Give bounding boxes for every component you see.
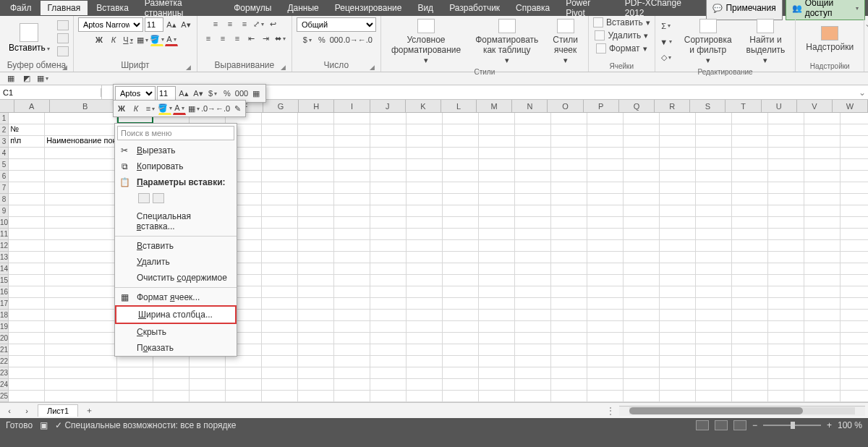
cell[interactable] (768, 205, 804, 216)
cell[interactable] (45, 124, 117, 135)
cell[interactable] (515, 205, 551, 216)
ribbon-tab[interactable]: Главная (41, 1, 88, 15)
cell[interactable] (515, 298, 551, 309)
cell[interactable] (732, 159, 768, 170)
cell[interactable] (262, 124, 298, 135)
cell[interactable] (443, 205, 479, 216)
cell[interactable] (696, 275, 732, 286)
cell[interactable] (587, 182, 624, 193)
cell[interactable] (660, 263, 696, 274)
cell[interactable] (479, 171, 515, 182)
cell[interactable] (298, 298, 334, 309)
comma-icon[interactable]: 000 (330, 33, 343, 46)
cell[interactable] (45, 367, 117, 378)
column-header[interactable]: T (726, 100, 761, 112)
cell[interactable] (370, 263, 407, 274)
cell[interactable] (262, 333, 298, 344)
cell[interactable] (153, 356, 190, 367)
cell[interactable] (551, 367, 587, 378)
cell[interactable] (587, 344, 624, 355)
cell[interactable] (407, 391, 443, 401)
cell[interactable] (624, 148, 660, 158)
cell[interactable] (370, 356, 407, 367)
cell[interactable] (587, 391, 624, 401)
cell[interactable] (45, 148, 117, 158)
cell[interactable] (515, 171, 551, 182)
cell[interactable] (190, 356, 226, 367)
cell[interactable] (732, 391, 768, 401)
cell[interactable] (804, 252, 841, 263)
cell[interactable] (443, 321, 479, 332)
cell[interactable] (624, 286, 660, 297)
cell[interactable] (624, 113, 660, 124)
cell[interactable] (732, 182, 768, 193)
cell[interactable] (551, 217, 587, 228)
cell[interactable] (479, 194, 515, 205)
cell[interactable] (768, 333, 804, 344)
cell[interactable] (587, 171, 624, 182)
cell[interactable] (9, 333, 45, 344)
cell[interactable] (696, 124, 732, 135)
fill-icon[interactable]: ▼ (660, 35, 673, 48)
align-right-icon[interactable]: ≡ (231, 32, 244, 45)
cell[interactable] (226, 391, 262, 401)
cell[interactable] (660, 379, 696, 390)
mini-italic[interactable]: К (129, 102, 142, 115)
cell[interactable] (262, 252, 298, 263)
cell[interactable] (841, 217, 868, 228)
cell[interactable] (262, 321, 298, 332)
cell[interactable] (624, 171, 660, 182)
cell[interactable] (551, 194, 587, 205)
row-header[interactable]: 3 (0, 136, 8, 148)
cell[interactable] (732, 275, 768, 286)
fill-color-button[interactable]: 🪣 (150, 33, 163, 46)
cell[interactable] (551, 136, 587, 147)
delete-cells-button[interactable]: Удалить ▾ (595, 30, 648, 41)
cell[interactable] (515, 310, 551, 320)
cell[interactable] (804, 391, 841, 401)
cell[interactable] (696, 263, 732, 274)
cell[interactable] (334, 333, 370, 344)
cell[interactable] (443, 113, 479, 124)
cell[interactable] (262, 113, 298, 124)
cell[interactable] (334, 182, 370, 193)
cell[interactable] (732, 229, 768, 239)
cell[interactable] (551, 252, 587, 263)
row-header[interactable]: 6 (0, 171, 8, 182)
cell[interactable] (804, 310, 841, 320)
cell[interactable] (551, 379, 587, 390)
ribbon-tab[interactable]: Справка (509, 1, 557, 15)
cell[interactable] (768, 148, 804, 158)
cell[interactable] (334, 379, 370, 390)
cell[interactable] (370, 182, 407, 193)
cell[interactable] (587, 205, 624, 216)
cell[interactable] (841, 229, 868, 239)
cell[interactable]: Наименование показателя (45, 136, 117, 147)
cell[interactable] (551, 286, 587, 297)
cell[interactable] (9, 298, 45, 309)
cell[interactable] (298, 356, 334, 367)
cell[interactable] (407, 113, 443, 124)
cell[interactable] (370, 113, 407, 124)
ribbon-tab[interactable]: Разработчик (442, 1, 507, 15)
cell[interactable] (479, 298, 515, 309)
cell[interactable] (9, 171, 45, 182)
cell[interactable] (298, 205, 334, 216)
cell[interactable] (370, 367, 407, 378)
cell[interactable] (660, 298, 696, 309)
column-header[interactable]: V (797, 100, 833, 112)
cell[interactable] (407, 298, 443, 309)
cell[interactable] (334, 124, 370, 135)
cell[interactable] (660, 217, 696, 228)
cell[interactable] (370, 275, 407, 286)
align-left-icon[interactable]: ≡ (202, 32, 215, 45)
column-header[interactable]: N (512, 100, 548, 112)
cell[interactable] (660, 356, 696, 367)
cell[interactable] (624, 344, 660, 355)
cell[interactable] (624, 298, 660, 309)
cell[interactable] (45, 379, 117, 390)
menu-item-hide[interactable]: Скрыть (115, 324, 237, 340)
cell[interactable] (334, 136, 370, 147)
mini-currency-icon[interactable]: $ (206, 87, 219, 100)
view-normal-icon[interactable] (696, 420, 709, 430)
